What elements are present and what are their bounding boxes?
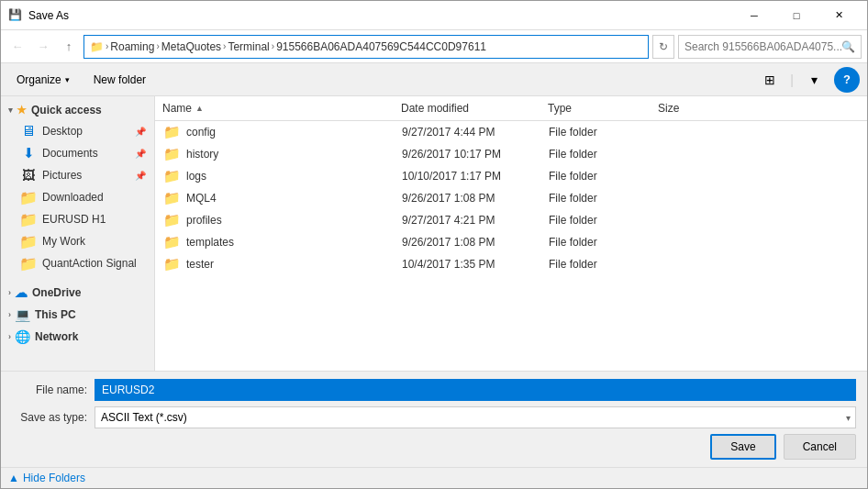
- network-icon: 🌐: [15, 329, 30, 344]
- organize-button[interactable]: Organize ▾: [8, 68, 78, 92]
- sidebar-section-network[interactable]: › 🌐 Network: [1, 326, 154, 348]
- new-folder-button[interactable]: New folder: [85, 68, 154, 92]
- savetype-label: Save as type:: [12, 411, 95, 424]
- search-icon: 🔍: [841, 40, 855, 53]
- table-row[interactable]: 📁 templates 9/26/2017 1:08 PM File folde…: [155, 231, 867, 253]
- filename-row: File name:: [12, 379, 856, 401]
- col-header-size[interactable]: Size: [651, 100, 724, 117]
- collapse-icon: ▾: [8, 106, 13, 115]
- sidebar-item-mywork[interactable]: 📁 My Work: [1, 230, 154, 252]
- table-row[interactable]: 📁 MQL4 9/26/2017 1:08 PM File folder: [155, 187, 867, 209]
- pin-icon: 📌: [135, 149, 146, 159]
- col-header-type[interactable]: Type: [540, 100, 651, 117]
- search-box[interactable]: 🔍: [678, 35, 862, 59]
- folder-icon: 📁: [163, 256, 181, 272]
- path-guid: 915566BA06ADA407569C544CC0D97611: [276, 40, 486, 53]
- desktop-icon: 🖥: [20, 123, 37, 139]
- documents-icon: ⬇: [20, 145, 37, 161]
- collapse-icon: ▲: [8, 472, 19, 484]
- search-input[interactable]: [684, 40, 841, 53]
- chevron-down-icon: ▾: [65, 75, 70, 84]
- thispc-label: This PC: [35, 308, 76, 321]
- refresh-button[interactable]: ↻: [652, 35, 674, 59]
- filename-label: File name:: [12, 383, 95, 396]
- file-name-cell: 📁 profiles: [156, 212, 395, 228]
- help-button[interactable]: ?: [834, 67, 860, 93]
- file-modified-cell: 10/4/2017 1:35 PM: [395, 258, 541, 271]
- table-row[interactable]: 📁 logs 10/10/2017 1:17 PM File folder: [155, 165, 867, 187]
- sidebar-item-quantaction[interactable]: 📁 QuantAction Signal: [1, 252, 154, 274]
- file-type-cell: File folder: [541, 236, 651, 249]
- toolbar-divider: |: [790, 72, 794, 87]
- file-type-cell: File folder: [541, 126, 651, 139]
- close-button[interactable]: ✕: [818, 1, 860, 30]
- sidebar-item-label: My Work: [42, 235, 146, 248]
- onedrive-label: OneDrive: [32, 286, 81, 299]
- folder-icon: 📁: [163, 234, 181, 250]
- title-bar-buttons: ─ □ ✕: [733, 1, 860, 30]
- hide-folders-row: ▲ Hide Folders: [1, 467, 867, 488]
- pin-icon: 📌: [135, 127, 146, 137]
- file-list: 📁 config 9/27/2017 4:44 PM File folder 📁…: [155, 121, 867, 371]
- collapse-icon: ›: [8, 288, 11, 297]
- file-modified-cell: 9/26/2017 1:08 PM: [395, 192, 541, 205]
- dialog-title: Save As: [28, 9, 733, 22]
- file-type-cell: File folder: [541, 192, 651, 205]
- pictures-icon: 🖼: [20, 167, 37, 183]
- sidebar-section-thispc[interactable]: › 💻 This PC: [1, 304, 154, 326]
- folder-icon: 📁: [20, 255, 37, 272]
- quick-access-star-icon: ★: [17, 104, 27, 117]
- path-metaquotes: MetaQuotes: [161, 40, 221, 53]
- bottom-form: File name: Save as type: ASCII Text (*.c…: [1, 371, 867, 467]
- file-name-cell: 📁 config: [156, 124, 395, 140]
- thispc-icon: 💻: [15, 307, 30, 322]
- file-modified-cell: 9/26/2017 10:17 PM: [395, 148, 541, 161]
- maximize-button[interactable]: □: [775, 1, 818, 30]
- sidebar: ▾ ★ Quick access 🖥 Desktop 📌 ⬇ Documents…: [1, 96, 155, 371]
- sidebar-item-downloaded[interactable]: 📁 Downloaded: [1, 186, 154, 208]
- dialog-icon: 💾: [8, 8, 23, 23]
- cancel-button[interactable]: Cancel: [784, 434, 856, 460]
- folder-icon: 📁: [163, 190, 181, 206]
- sort-arrow-icon: ▲: [195, 104, 204, 113]
- minimize-button[interactable]: ─: [733, 1, 775, 30]
- save-button[interactable]: Save: [710, 434, 775, 460]
- filename-input[interactable]: [95, 379, 856, 401]
- folder-icon: 📁: [163, 168, 181, 184]
- col-header-name[interactable]: Name ▲: [155, 100, 394, 117]
- address-path[interactable]: 📁 › Roaming › MetaQuotes › Terminal › 91…: [83, 35, 649, 59]
- sidebar-item-documents[interactable]: ⬇ Documents 📌: [1, 142, 154, 164]
- title-bar: 💾 Save As ─ □ ✕: [1, 1, 867, 30]
- col-header-modified[interactable]: Date modified: [394, 100, 540, 117]
- folder-icon: 📁: [20, 189, 37, 206]
- up-button[interactable]: ↑: [58, 36, 80, 58]
- forward-button[interactable]: →: [32, 36, 54, 58]
- hide-folders-link[interactable]: ▲ Hide Folders: [8, 472, 85, 484]
- table-row[interactable]: 📁 profiles 9/27/2017 4:21 PM File folder: [155, 209, 867, 231]
- sidebar-item-label: Downloaded: [42, 191, 146, 204]
- sidebar-item-eurusd[interactable]: 📁 EURUSD H1: [1, 208, 154, 230]
- path-terminal: Terminal: [228, 40, 269, 53]
- sidebar-section-onedrive[interactable]: › ☁ OneDrive: [1, 282, 154, 304]
- file-modified-cell: 9/27/2017 4:44 PM: [395, 126, 541, 139]
- sidebar-section-quick-access[interactable]: ▾ ★ Quick access: [1, 100, 154, 120]
- folder-icon: 📁: [163, 212, 181, 228]
- network-label: Network: [35, 330, 78, 343]
- view-arrow-button[interactable]: ▾: [801, 68, 827, 92]
- sidebar-item-label: Desktop: [42, 125, 131, 138]
- folder-icon: 📁: [20, 211, 37, 228]
- view-toggle-button[interactable]: ⊞: [757, 68, 783, 92]
- onedrive-icon: ☁: [15, 285, 28, 300]
- collapse-icon: ›: [8, 332, 11, 341]
- table-row[interactable]: 📁 tester 10/4/2017 1:35 PM File folder: [155, 253, 867, 275]
- file-modified-cell: 9/27/2017 4:21 PM: [395, 214, 541, 227]
- back-button[interactable]: ←: [6, 36, 28, 58]
- sidebar-item-desktop[interactable]: 🖥 Desktop 📌: [1, 120, 154, 142]
- button-row: Save Cancel: [12, 434, 856, 460]
- savetype-select[interactable]: ASCII Text (*.csv): [95, 406, 856, 428]
- table-row[interactable]: 📁 config 9/27/2017 4:44 PM File folder: [155, 121, 867, 143]
- table-row[interactable]: 📁 history 9/26/2017 10:17 PM File folder: [155, 143, 867, 165]
- collapse-icon: ›: [8, 310, 11, 319]
- sidebar-item-pictures[interactable]: 🖼 Pictures 📌: [1, 164, 154, 186]
- file-area: Name ▲ Date modified Type Size 📁 config: [155, 96, 867, 371]
